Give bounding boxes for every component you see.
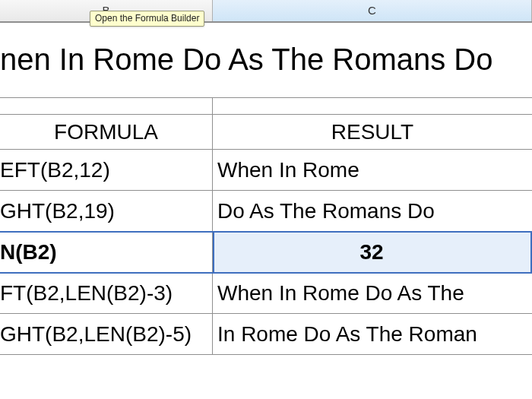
cell-C8-result[interactable]: When In Rome Do As The bbox=[213, 273, 532, 313]
header-formula[interactable]: FORMULA bbox=[0, 115, 213, 149]
cell-B2-title[interactable]: nen In Rome Do As The Romans Do bbox=[0, 21, 532, 97]
column-header-bar: B C bbox=[0, 0, 532, 23]
header-result[interactable]: RESULT bbox=[213, 115, 532, 149]
cell-B9-formula[interactable]: GHT(B2,LEN(B2)-5) bbox=[0, 314, 213, 354]
cell-C7-result[interactable]: 32 bbox=[213, 232, 532, 272]
cell-C9-result[interactable]: In Rome Do As The Roman bbox=[213, 314, 532, 354]
cell-C5-result[interactable]: When In Rome bbox=[213, 150, 532, 190]
cell-B7-formula[interactable]: N(B2) bbox=[0, 232, 213, 272]
cell-C3[interactable] bbox=[213, 98, 532, 114]
column-header-C[interactable]: C bbox=[213, 0, 532, 21]
spreadsheet-grid[interactable]: nen In Rome Do As The Romans Do FORMULA … bbox=[0, 21, 532, 399]
cell-C6-result[interactable]: Do As The Romans Do bbox=[213, 191, 532, 231]
cell-B8-formula[interactable]: FT(B2,LEN(B2)-3) bbox=[0, 273, 213, 313]
cell-B5-formula[interactable]: EFT(B2,12) bbox=[0, 150, 213, 190]
cell-B3[interactable] bbox=[0, 98, 213, 114]
cell-B6-formula[interactable]: GHT(B2,19) bbox=[0, 191, 213, 231]
